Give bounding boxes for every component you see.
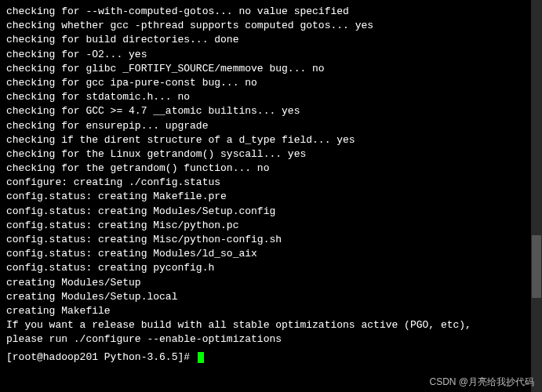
terminal-line: checking for the Linux getrandom() sysca… (6, 147, 536, 162)
terminal-line: checking for GCC >= 4.7 __atomic builtin… (6, 104, 536, 118)
terminal-line: config.status: creating Modules/Setup.co… (6, 205, 536, 219)
prompt-line[interactable]: [root@hadoop201 Python-3.6.5]# (6, 350, 536, 365)
terminal-line: config.status: creating Modules/ld_so_ai… (6, 247, 536, 261)
terminal-line: creating Modules/Setup (6, 276, 536, 290)
terminal-line: creating Modules/Setup.local (6, 290, 536, 304)
terminal-line: checking for ensurepip... upgrade (6, 119, 536, 133)
terminal-line: checking whether gcc -pthread supports c… (6, 19, 536, 33)
terminal-output: checking for --with-computed-gotos... no… (6, 5, 536, 347)
terminal-line: config.status: creating pyconfig.h (6, 261, 536, 275)
terminal-line: config.status: creating Misc/python-conf… (6, 233, 536, 247)
terminal-line: creating Makefile (6, 304, 536, 318)
scrollbar-track[interactable] (531, 0, 542, 392)
terminal-line: checking for -O2... yes (6, 48, 536, 62)
terminal-line: checking if the dirent structure of a d_… (6, 133, 536, 147)
terminal-line: configure: creating ./config.status (6, 176, 536, 190)
terminal-line: checking for glibc _FORTIFY_SOURCE/memmo… (6, 62, 536, 76)
terminal-line: If you want a release build with all sta… (6, 318, 536, 332)
terminal-line: config.status: creating Makefile.pre (6, 190, 536, 204)
terminal-line: checking for stdatomic.h... no (6, 90, 536, 104)
scrollbar-thumb[interactable] (532, 235, 541, 298)
terminal-line: checking for build directories... done (6, 33, 536, 47)
shell-prompt: [root@hadoop201 Python-3.6.5]# (6, 351, 196, 363)
terminal-line: config.status: creating Misc/python.pc (6, 219, 536, 233)
terminal-line: checking for the getrandom() function...… (6, 162, 536, 176)
terminal-line: checking for --with-computed-gotos... no… (6, 5, 536, 19)
terminal-line: please run ./configure --enable-optimiza… (6, 332, 536, 347)
cursor-block (198, 352, 204, 363)
watermark-text: CSDN @月亮给我抄代码 (429, 376, 534, 389)
terminal-line: checking for gcc ipa-pure-const bug... n… (6, 76, 536, 90)
